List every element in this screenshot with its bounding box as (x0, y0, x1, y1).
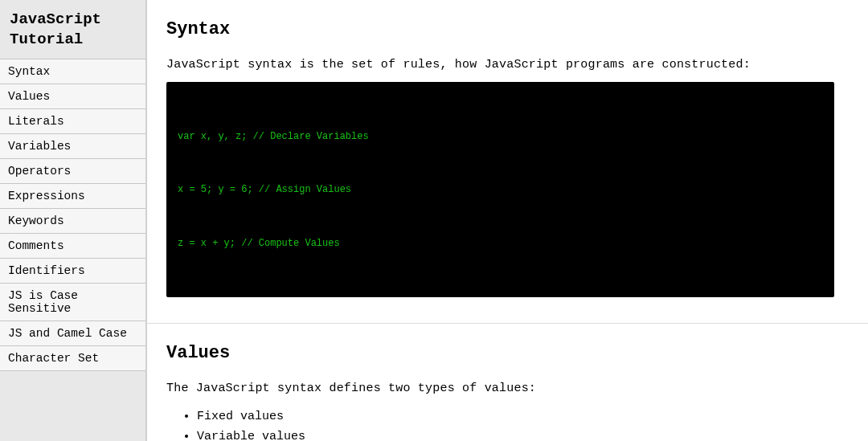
sidebar-item-identifiers[interactable]: Identifiers (0, 259, 145, 284)
sidebar-item-case-sensitive[interactable]: JS is Case Sensitive (0, 284, 145, 321)
section-values: Values The JavaScript syntax defines two… (147, 324, 868, 441)
sidebar-item-keywords[interactable]: Keywords (0, 209, 145, 234)
syntax-heading: Syntax (166, 19, 834, 39)
sidebar: JavaScript Tutorial Syntax Values Litera… (0, 0, 147, 441)
sidebar-item-operators[interactable]: Operators (0, 159, 145, 184)
sidebar-item-camel-case[interactable]: JS and Camel Case (0, 321, 145, 346)
content-scroll[interactable]: Syntax JavaScript syntax is the set of r… (147, 0, 868, 441)
list-item: Fixed values (197, 406, 834, 427)
sidebar-item-syntax[interactable]: Syntax (0, 59, 145, 84)
sidebar-item-comments[interactable]: Comments (0, 234, 145, 259)
code-line: z = x + y; // Compute Values (178, 235, 823, 252)
values-heading: Values (166, 343, 834, 363)
sidebar-item-expressions[interactable]: Expressions (0, 184, 145, 209)
sidebar-item-values[interactable]: Values (0, 84, 145, 109)
section-syntax: Syntax JavaScript syntax is the set of r… (147, 0, 868, 324)
values-intro: The JavaScript syntax defines two types … (166, 379, 834, 398)
sidebar-item-variables[interactable]: Variables (0, 134, 145, 159)
app-root: JavaScript Tutorial Syntax Values Litera… (0, 0, 868, 441)
code-line: x = 5; y = 6; // Assign Values (178, 181, 823, 198)
sidebar-item-character-set[interactable]: Character Set (0, 346, 145, 371)
list-item: Variable values (197, 427, 834, 441)
code-line: var x, y, z; // Declare Variables (178, 128, 823, 145)
sidebar-title: JavaScript Tutorial (0, 0, 145, 59)
nav-list: Syntax Values Literals Variables Operato… (0, 59, 145, 371)
syntax-code: var x, y, z; // Declare Variables x = 5;… (166, 82, 834, 297)
sidebar-item-literals[interactable]: Literals (0, 109, 145, 134)
syntax-intro: JavaScript syntax is the set of rules, h… (166, 55, 834, 74)
values-bullets: Fixed values Variable values (197, 406, 834, 441)
